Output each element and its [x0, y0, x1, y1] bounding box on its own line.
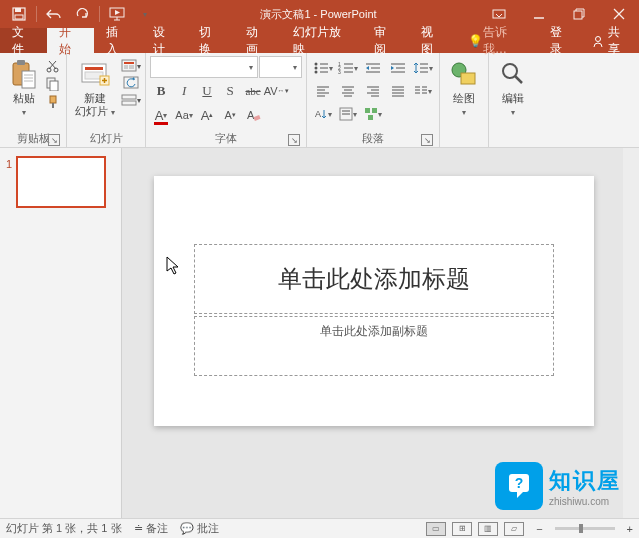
thumbnail-pane[interactable]: 1: [0, 148, 122, 518]
quick-access-toolbar: ▾: [0, 2, 158, 26]
close-button[interactable]: [599, 0, 639, 28]
minimize-button[interactable]: [519, 0, 559, 28]
paste-button[interactable]: 粘贴▾: [4, 56, 44, 121]
zoom-out-button[interactable]: −: [536, 523, 542, 535]
login-button[interactable]: 登录: [540, 28, 583, 53]
slide-thumbnail[interactable]: [16, 156, 106, 208]
zoom-in-button[interactable]: +: [627, 523, 633, 535]
clear-formatting-button[interactable]: A: [242, 104, 264, 126]
bold-button[interactable]: B: [150, 80, 172, 102]
italic-button[interactable]: I: [173, 80, 195, 102]
view-buttons: ▭ ⊞ ▥ ▱: [426, 522, 524, 536]
strikethrough-button[interactable]: abc: [242, 80, 264, 102]
drawing-button[interactable]: 绘图▾: [444, 56, 484, 121]
format-painter-button[interactable]: [44, 94, 62, 110]
shrink-font-button[interactable]: A▾: [219, 104, 241, 126]
ribbon-options-button[interactable]: [479, 0, 519, 28]
new-slide-icon: [79, 58, 111, 90]
section-button[interactable]: ▾: [121, 92, 141, 108]
tab-file[interactable]: 文件: [0, 28, 47, 53]
align-right-button[interactable]: [361, 81, 385, 101]
svg-rect-88: [365, 108, 370, 113]
normal-view-button[interactable]: ▭: [426, 522, 446, 536]
tab-insert[interactable]: 插入: [94, 28, 141, 53]
line-spacing-button[interactable]: ▾: [411, 58, 435, 78]
tab-design[interactable]: 设计: [141, 28, 188, 53]
tab-home[interactable]: 开始: [47, 28, 94, 53]
tell-me[interactable]: 💡 告诉我…: [456, 28, 540, 53]
decrease-indent-button[interactable]: [361, 58, 385, 78]
font-size-select[interactable]: ▾: [259, 56, 302, 78]
slide[interactable]: 单击此处添加标题 单击此处添加副标题: [154, 176, 594, 426]
line-spacing-icon: [413, 61, 429, 75]
tab-view[interactable]: 视图: [409, 28, 456, 53]
slideshow-view-button[interactable]: ▱: [504, 522, 524, 536]
font-family-select[interactable]: ▾: [150, 56, 258, 78]
cut-button[interactable]: [44, 58, 62, 74]
title-placeholder[interactable]: 单击此处添加标题: [194, 244, 554, 314]
justify-button[interactable]: [386, 81, 410, 101]
reset-button[interactable]: [121, 75, 141, 91]
tab-slideshow[interactable]: 幻灯片放映: [281, 28, 362, 53]
group-clipboard-label: 剪贴板: [17, 131, 50, 146]
redo-button[interactable]: [69, 2, 95, 26]
align-left-button[interactable]: [311, 81, 335, 101]
text-direction-button[interactable]: A▾: [311, 104, 335, 124]
undo-button[interactable]: [41, 2, 67, 26]
outdent-icon: [365, 61, 381, 75]
numbering-icon: 123: [338, 61, 354, 75]
group-font-label: 字体: [215, 131, 237, 146]
svg-point-93: [503, 64, 517, 78]
slide-sorter-button[interactable]: ⊞: [452, 522, 472, 536]
zoom-slider[interactable]: [555, 527, 615, 530]
numbering-button[interactable]: 123▾: [336, 58, 360, 78]
reading-view-button[interactable]: ▥: [478, 522, 498, 536]
svg-rect-89: [372, 108, 377, 113]
new-slide-label1: 新建: [84, 92, 106, 104]
save-button[interactable]: [6, 2, 32, 26]
find-icon: [497, 58, 529, 90]
justify-icon: [391, 85, 405, 97]
align-text-button[interactable]: ▾: [336, 104, 360, 124]
svg-rect-23: [50, 81, 58, 91]
svg-rect-13: [17, 60, 25, 65]
paragraph-launcher[interactable]: ↘: [421, 134, 433, 146]
group-slides: 新建幻灯片 ▾ ▾ ▾ 幻灯片: [67, 53, 146, 147]
shadow-button[interactable]: S: [219, 80, 241, 102]
smartart-button[interactable]: ▾: [361, 104, 385, 124]
tab-transition[interactable]: 切换: [187, 28, 234, 53]
badge-cn: 知识屋: [549, 466, 621, 496]
notes-label: 备注: [146, 522, 168, 534]
notes-button[interactable]: ≐ 备注: [134, 521, 168, 536]
align-center-button[interactable]: [336, 81, 360, 101]
editing-button[interactable]: 编辑▾: [493, 56, 533, 121]
increase-indent-button[interactable]: [386, 58, 410, 78]
clipboard-launcher[interactable]: ↘: [48, 134, 60, 146]
svg-rect-92: [461, 73, 475, 84]
restore-button[interactable]: [559, 0, 599, 28]
grow-font-button[interactable]: A▴: [196, 104, 218, 126]
change-case-button[interactable]: Aa▾: [173, 104, 195, 126]
tab-review[interactable]: 审阅: [362, 28, 409, 53]
new-slide-button[interactable]: 新建幻灯片 ▾: [71, 56, 119, 121]
copy-button[interactable]: [44, 76, 62, 92]
underline-button[interactable]: U: [196, 80, 218, 102]
svg-text:3: 3: [338, 69, 341, 75]
font-color-button[interactable]: A▾: [150, 104, 172, 126]
columns-button[interactable]: ▾: [411, 81, 435, 101]
group-paragraph: ▾ 123▾ ▾ ▾ A▾ ▾ ▾: [307, 53, 440, 147]
font-launcher[interactable]: ↘: [288, 134, 300, 146]
svg-rect-27: [85, 67, 103, 70]
font-color-label: A: [155, 108, 164, 123]
tab-animation[interactable]: 动画: [234, 28, 281, 53]
group-drawing: 绘图▾: [440, 53, 489, 147]
comments-button[interactable]: 💬 批注: [180, 521, 219, 536]
bullets-button[interactable]: ▾: [311, 58, 335, 78]
svg-rect-33: [124, 62, 134, 64]
qat-customize-button[interactable]: ▾: [132, 2, 158, 26]
layout-button[interactable]: ▾: [121, 58, 141, 74]
subtitle-placeholder[interactable]: 单击此处添加副标题: [194, 316, 554, 376]
char-spacing-button[interactable]: AV↔▾: [265, 80, 287, 102]
start-from-beginning-button[interactable]: [104, 2, 130, 26]
share-button[interactable]: 共享: [583, 28, 639, 53]
